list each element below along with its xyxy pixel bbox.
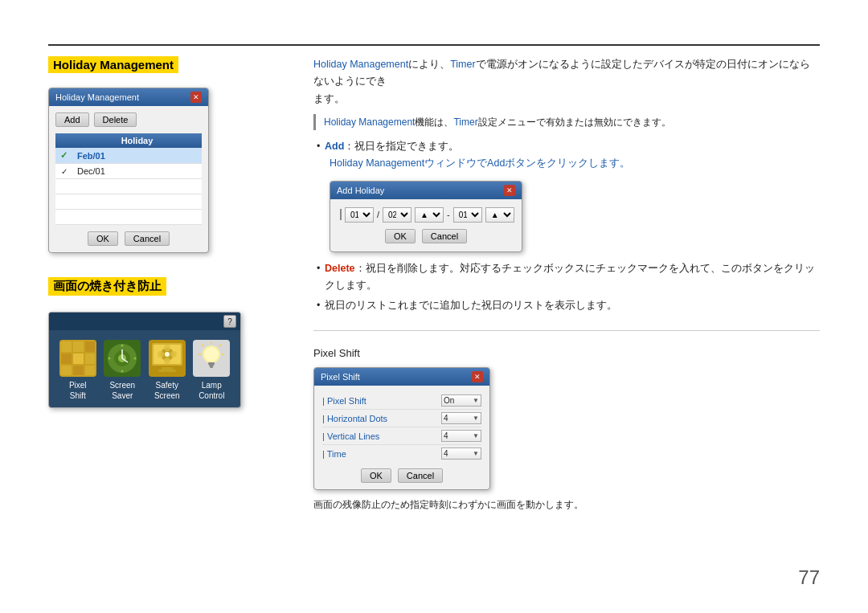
add-holiday-close-button[interactable]: ✕ xyxy=(504,185,515,196)
svg-point-19 xyxy=(108,358,111,360)
bullet1: Add：祝日を指定できます。 Holiday ManagementウィンドウでA… xyxy=(313,138,820,173)
lamp-control-item[interactable]: Lamp Control xyxy=(193,340,230,401)
day-select2[interactable]: ▲ xyxy=(485,207,514,223)
ps-select-3[interactable]: 4 ▼ xyxy=(441,430,481,442)
svg-point-18 xyxy=(121,370,124,373)
ok-button[interactable]: OK xyxy=(88,231,118,246)
ps-label-3: | Vertical Lines xyxy=(322,431,379,441)
ps-body: | Pixel Shift On ▼ | Horizontal Dots 4 ▼ xyxy=(314,386,489,489)
lamp-control-icon xyxy=(193,340,230,377)
add-button[interactable]: Add xyxy=(55,112,89,127)
bullet1-sub: Holiday ManagementウィンドウでAddボタンをクリックします。 xyxy=(313,155,820,172)
svg-point-24 xyxy=(164,345,170,351)
col-holiday: Holiday xyxy=(72,133,202,148)
month-select2[interactable]: ▲ xyxy=(415,207,444,223)
ps-titlebar: Pixel Shift ✕ xyxy=(314,368,489,386)
table-row[interactable]: ✓ Dec/01 xyxy=(55,164,202,179)
ps-select-1[interactable]: On ▼ xyxy=(441,394,481,407)
svg-point-33 xyxy=(204,347,219,362)
safety-screen-item[interactable]: Safety Screen xyxy=(149,340,186,401)
screen-burn-section: 画面の焼き付き防止 ? xyxy=(48,277,273,408)
cancel-button[interactable]: Cancel xyxy=(125,231,170,246)
add-holiday-footer: OK Cancel xyxy=(340,229,512,243)
ps-footer: OK Cancel xyxy=(322,468,481,483)
ps-label-1: | Pixel Shift xyxy=(322,396,366,406)
svg-point-26 xyxy=(158,351,164,358)
table-row xyxy=(55,210,202,225)
svg-point-17 xyxy=(134,358,137,360)
add-holiday-dialog: Add Holiday ✕ 01 / 02 ▲ - 01 ▲ xyxy=(330,181,522,252)
date-row: 01 / 02 ▲ - 01 ▲ xyxy=(340,207,512,223)
ps-select-4[interactable]: 4 ▼ xyxy=(441,447,481,460)
svg-point-25 xyxy=(164,358,170,364)
add-holiday-titlebar: Add Holiday ✕ xyxy=(330,182,522,199)
add-holiday-ok[interactable]: OK xyxy=(385,229,416,243)
checkbox-cell: ✓ xyxy=(55,148,72,164)
ps-row-2: | Horizontal Dots 4 ▼ xyxy=(322,410,481,427)
bullet1-text: Add：祝日を指定できます。 xyxy=(313,138,820,155)
holiday-management-dialog: Holiday Management ✕ Add Delete Holiday xyxy=(48,88,209,253)
dropdown-arrow: ▼ xyxy=(473,450,479,457)
pixel-shift-icon xyxy=(59,340,96,377)
help-button[interactable]: ? xyxy=(223,315,236,328)
page-number: 77 xyxy=(798,566,820,589)
screen-saver-icon xyxy=(104,340,141,377)
svg-rect-8 xyxy=(73,366,84,375)
section1-title: Holiday Management xyxy=(48,56,178,73)
ps-close-button[interactable]: ✕ xyxy=(472,371,483,382)
ps-row-3: | Vertical Lines 4 ▼ xyxy=(322,427,481,445)
svg-rect-4 xyxy=(61,353,72,364)
bullet3-text: 祝日のリストこれまでに追加した祝日のリストを表示します。 xyxy=(313,297,820,314)
add-holiday-cancel[interactable]: Cancel xyxy=(422,229,467,243)
slash1: / xyxy=(377,210,379,219)
svg-point-16 xyxy=(121,345,124,347)
day-select[interactable]: 01 xyxy=(453,207,482,223)
screen-saver-item[interactable]: Screen Saver xyxy=(104,340,141,401)
ps-cancel-button[interactable]: Cancel xyxy=(398,468,443,483)
pixel-shift-section-title: Pixel Shift xyxy=(313,347,820,359)
dropdown-arrow: ▼ xyxy=(473,397,479,404)
svg-rect-9 xyxy=(85,366,95,375)
date-cell: Dec/01 xyxy=(72,164,202,179)
ps-label-2: | Horizontal Dots xyxy=(322,414,387,423)
screen-saver-label: Screen Saver xyxy=(109,380,135,401)
icon-panel-content: Pixel Shift xyxy=(49,330,240,407)
holiday-mgmt-link[interactable]: Holiday Management xyxy=(313,59,408,70)
bottom-note: 画面の残像防止のため指定時刻にわずかに画面を動かします。 xyxy=(313,498,820,512)
dialog-title: Holiday Management xyxy=(55,92,139,102)
month-select[interactable]: 02 xyxy=(383,207,411,223)
dialog-close-button[interactable]: ✕ xyxy=(190,92,202,103)
svg-rect-41 xyxy=(210,366,213,368)
svg-rect-7 xyxy=(61,366,72,375)
dialog-footer: OK Cancel xyxy=(55,231,202,246)
left-column: Holiday Management Holiday Management ✕ … xyxy=(48,56,273,408)
right-column: Holiday Managementにより、Timerで電源がオンになるように設… xyxy=(313,56,820,512)
dropdown-arrow: ▼ xyxy=(473,432,479,439)
holiday-mgmt-note-link[interactable]: Holiday Management xyxy=(324,116,415,128)
date-cell: Feb/01 xyxy=(72,148,202,164)
delete-label: Delete xyxy=(325,263,355,274)
dialog-toolbar: Add Delete xyxy=(55,112,202,127)
separator xyxy=(313,330,820,331)
ps-title: Pixel Shift xyxy=(321,372,360,382)
add-holiday-body: 01 / 02 ▲ - 01 ▲ OK Cancel xyxy=(330,199,522,251)
top-divider xyxy=(48,44,820,46)
flag-icon xyxy=(340,209,342,220)
svg-rect-6 xyxy=(85,353,95,364)
section1-title-wrapper: Holiday Management xyxy=(48,56,273,81)
svg-rect-5 xyxy=(73,353,84,364)
ps-ok-button[interactable]: OK xyxy=(361,468,391,483)
ps-select-2[interactable]: 4 ▼ xyxy=(441,412,481,424)
year-select[interactable]: 01 xyxy=(345,207,374,223)
table-row[interactable]: ✓ Feb/01 xyxy=(55,148,202,164)
icon-panel-header: ? xyxy=(49,313,240,330)
table-row xyxy=(55,194,202,210)
timer-link[interactable]: Timer xyxy=(450,59,475,70)
pixel-shift-item[interactable]: Pixel Shift xyxy=(59,340,96,401)
timer-note-link[interactable]: Timer xyxy=(453,116,477,128)
table-row xyxy=(55,179,202,194)
add-label: Add xyxy=(325,141,344,152)
bullet2: Delete：祝日を削除します。対応するチェックボックスにチェックマークを入れて… xyxy=(313,260,820,295)
svg-rect-3 xyxy=(85,341,95,352)
delete-button[interactable]: Delete xyxy=(94,112,137,127)
